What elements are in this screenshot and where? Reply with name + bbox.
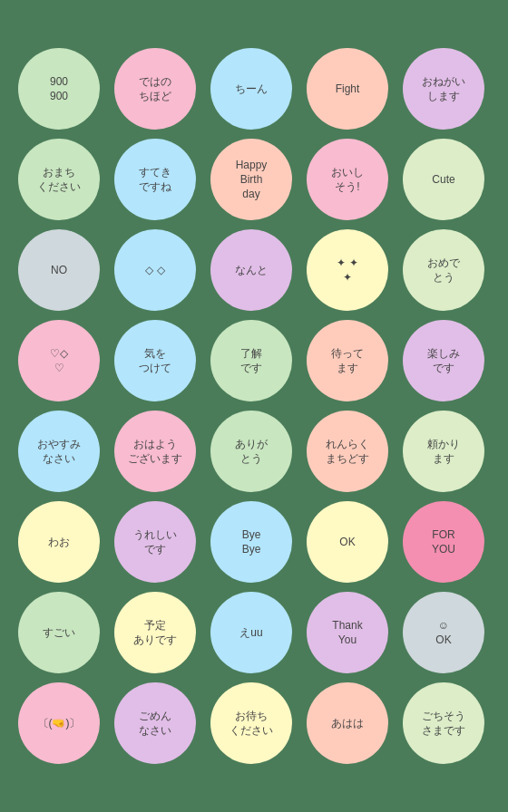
bubble-item[interactable]: 900 900 (18, 48, 100, 130)
bubble-item[interactable]: なんと (210, 229, 292, 311)
bubble-item[interactable]: おまち ください (18, 139, 100, 220)
bubble-item[interactable]: ✦ ✦ ✦ (307, 229, 388, 311)
bubble-item[interactable]: おはよう ございます (114, 411, 196, 492)
bubble-item[interactable]: Cute (403, 139, 484, 220)
bubble-item[interactable]: すごい (18, 592, 100, 673)
bubble-item[interactable]: 予定 ありです (114, 592, 196, 673)
bubble-item[interactable]: ☺ OK (403, 592, 484, 673)
bubble-item[interactable]: おめで とう (403, 229, 484, 311)
bubble-item[interactable]: OK (307, 501, 388, 583)
bubble-item[interactable]: ちーん (210, 48, 292, 130)
bubble-item[interactable]: ♡◇ ♡ (18, 320, 100, 401)
bubble-item[interactable]: ごめん なさい (114, 682, 196, 764)
bubble-item[interactable]: 楽しみ です (403, 320, 484, 401)
bubble-item[interactable]: NO (18, 229, 100, 311)
bubble-item[interactable]: Happy Birth day (210, 139, 292, 220)
bubble-item[interactable]: 待って ます (307, 320, 388, 401)
bubble-item[interactable]: Bye Bye (210, 501, 292, 583)
bubble-item[interactable]: Thank You (307, 592, 388, 673)
emoji-grid: 900 900ではの ちほどちーんFightおねがい しますおまち くださいすて… (4, 34, 504, 778)
bubble-item[interactable]: 〔(🤜)〕 (18, 682, 100, 764)
bubble-item[interactable]: 了解 です (210, 320, 292, 401)
bubble-item[interactable]: ありが とう (210, 411, 292, 492)
bubble-item[interactable]: おやすみ なさい (18, 411, 100, 492)
bubble-item[interactable]: FOR YOU (403, 501, 484, 583)
bubble-item[interactable]: あはは (307, 682, 388, 764)
bubble-item[interactable]: ◇ ◇ (114, 229, 196, 311)
bubble-item[interactable]: わお (18, 501, 100, 583)
bubble-item[interactable]: れんらく まちどす (307, 411, 388, 492)
bubble-item[interactable]: Fight (307, 48, 388, 130)
bubble-item[interactable]: おいし そう! (307, 139, 388, 220)
bubble-item[interactable]: おねがい します (403, 48, 484, 130)
bubble-item[interactable]: うれしい です (114, 501, 196, 583)
bubble-item[interactable]: すてき ですね (114, 139, 196, 220)
bubble-item[interactable]: ではの ちほど (114, 48, 196, 130)
bubble-item[interactable]: お待ち ください (210, 682, 292, 764)
bubble-item[interactable]: えuu (210, 592, 292, 673)
bubble-item[interactable]: ごちそう さまです (403, 682, 484, 764)
bubble-item[interactable]: 頼かり ます (403, 411, 484, 492)
bubble-item[interactable]: 気を つけて (114, 320, 196, 401)
